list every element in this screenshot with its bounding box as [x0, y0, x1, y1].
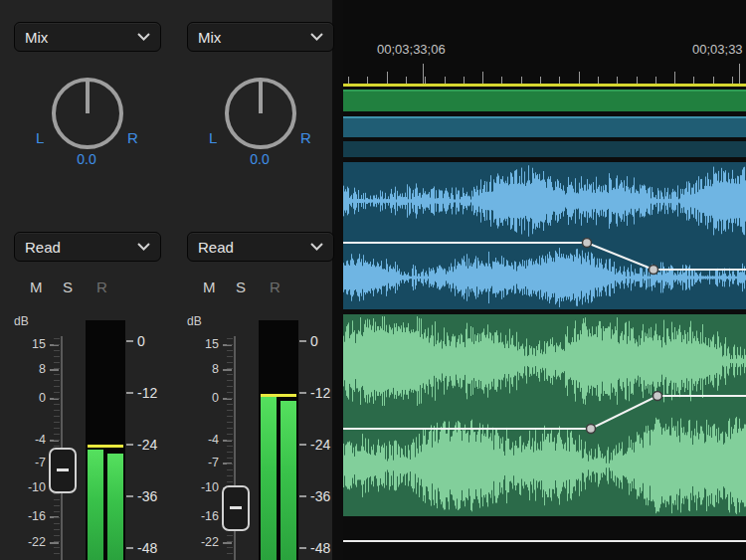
- fader-scale-minor-tick: [54, 350, 60, 351]
- solo-button[interactable]: S: [63, 279, 73, 295]
- volume-fader-handle[interactable]: [222, 485, 250, 531]
- meter-scale-label: -48: [137, 540, 157, 556]
- fader-scale-minor-tick: [227, 374, 233, 375]
- fader-scale-minor-tick: [54, 553, 60, 554]
- record-arm-button[interactable]: R: [96, 279, 107, 295]
- meter-scale-label: -24: [310, 437, 330, 453]
- fader-scale-minor-tick: [227, 386, 233, 387]
- fader-scale-label: 0: [6, 391, 46, 405]
- fader-scale-label: -7: [6, 456, 46, 469]
- fader-scale-minor-tick: [227, 368, 233, 369]
- fader-scale-minor-tick: [227, 458, 233, 459]
- fader-scale-minor-tick: [54, 404, 60, 405]
- timeline-panel: 00;03;33;06 00;03;33: [343, 0, 746, 560]
- fader-scale-tick: [223, 542, 232, 544]
- mute-button[interactable]: M: [30, 279, 43, 295]
- mixer-channel-1: Mix L R 0.0 Read M S R: [2, 0, 171, 560]
- fader-scale-minor-tick: [227, 362, 233, 363]
- pan-mode-dropdown[interactable]: Mix: [14, 22, 161, 52]
- fader-scale-minor-tick: [54, 386, 60, 387]
- fader-scale-minor-tick: [227, 404, 233, 405]
- time-ruler[interactable]: [343, 60, 746, 84]
- audio-mixer-workspace: Mix L R 0.0 Read M S R: [0, 0, 746, 560]
- collapsed-track-clip[interactable]: [343, 116, 746, 137]
- pan-value[interactable]: 0.0: [2, 151, 171, 167]
- fader-scale-minor-tick: [227, 464, 233, 465]
- video-clip-green[interactable]: [343, 90, 746, 111]
- audio-clip-blue[interactable]: [343, 162, 746, 309]
- pan-knob[interactable]: [217, 70, 304, 157]
- fader-scale-tick: [50, 369, 59, 371]
- volume-automation-line[interactable]: [343, 314, 746, 516]
- meter-scale-label: -12: [137, 385, 157, 401]
- fader-scale-minor-tick: [54, 338, 60, 339]
- fader-scale-tick: [223, 369, 232, 371]
- chevron-down-icon: [310, 33, 323, 41]
- timecode-label: 00;03;33;06: [377, 42, 446, 57]
- fader-scale-minor-tick: [54, 422, 60, 423]
- fader-scale-minor-tick: [227, 422, 233, 423]
- automation-mode-dropdown[interactable]: Read: [14, 232, 161, 262]
- meter-scale-tick: [299, 444, 306, 446]
- fader-scale-minor-tick: [54, 446, 60, 447]
- fader-scale-minor-tick: [227, 547, 233, 548]
- meter-scale-tick: [126, 547, 133, 549]
- fader-scale-minor-tick: [54, 535, 60, 536]
- fader-scale-minor-tick: [54, 428, 60, 429]
- meter-bar-right: [107, 454, 123, 560]
- fader-scale-minor-tick: [54, 368, 60, 369]
- meter-scale-label: -48: [310, 540, 330, 556]
- volume-fader-handle[interactable]: [49, 448, 77, 493]
- fader-scale-minor-tick: [54, 380, 60, 381]
- meter-bar-right: [280, 401, 296, 560]
- fader-scale-minor-tick: [54, 344, 60, 345]
- automation-keyframe[interactable]: [650, 266, 658, 275]
- fader-scale-minor-tick: [227, 469, 233, 470]
- solo-button[interactable]: S: [236, 279, 246, 295]
- mute-button[interactable]: M: [203, 279, 216, 295]
- pan-knob[interactable]: [44, 70, 131, 157]
- fader-scale-minor-tick: [54, 392, 60, 393]
- pan-mode-dropdown[interactable]: Mix: [187, 22, 334, 52]
- fader-scale-tick: [50, 542, 59, 544]
- collapsed-track-clip[interactable]: [343, 141, 746, 157]
- peak-indicator: [88, 445, 123, 448]
- meter-scale-tick: [299, 392, 306, 394]
- db-unit-label: dB: [14, 314, 29, 328]
- meter-scale-label: -12: [310, 385, 330, 401]
- automation-keyframe[interactable]: [583, 239, 592, 248]
- fader-scale-minor-tick: [227, 380, 233, 381]
- record-arm-button[interactable]: R: [270, 279, 280, 295]
- automation-mode-label: Read: [25, 239, 61, 256]
- fader-scale-minor-tick: [54, 523, 60, 524]
- fader-scale-minor-tick: [227, 541, 233, 542]
- fader-scale-minor-tick: [227, 553, 233, 554]
- meter-bar-left: [261, 397, 277, 560]
- pan-value[interactable]: 0.0: [175, 151, 344, 167]
- automation-keyframe[interactable]: [653, 392, 662, 401]
- pan-right-label: R: [127, 129, 138, 146]
- automation-mode-dropdown[interactable]: Read: [187, 232, 334, 262]
- fader-scale-label: -16: [179, 509, 219, 523]
- fader-scale-minor-tick: [227, 350, 233, 351]
- fader-scale-minor-tick: [227, 428, 233, 429]
- fader-scale-minor-tick: [54, 410, 60, 411]
- pan-left-label: L: [209, 129, 217, 146]
- work-area-bar[interactable]: [343, 84, 746, 87]
- fader-scale-minor-tick: [54, 416, 60, 417]
- fader-scale-minor-tick: [54, 529, 60, 530]
- db-unit-label: dB: [187, 314, 202, 328]
- volume-automation-line[interactable]: [343, 162, 746, 309]
- fader-scale-minor-tick: [227, 338, 233, 339]
- meter-scale-tick: [299, 340, 306, 342]
- fader-scale-label: 15: [179, 337, 219, 351]
- fader-scale-minor-tick: [54, 541, 60, 542]
- fader-scale-minor-tick: [54, 547, 60, 548]
- volume-automation-line[interactable]: [343, 540, 746, 542]
- automation-keyframe[interactable]: [587, 425, 596, 434]
- fader-scale-tick: [50, 344, 59, 346]
- audio-clip-green[interactable]: [343, 314, 746, 516]
- mixer-channel-2: Mix L R 0.0 Read M S R: [175, 0, 344, 560]
- pan-right-label: R: [300, 129, 311, 146]
- fader-scale-minor-tick: [227, 392, 233, 393]
